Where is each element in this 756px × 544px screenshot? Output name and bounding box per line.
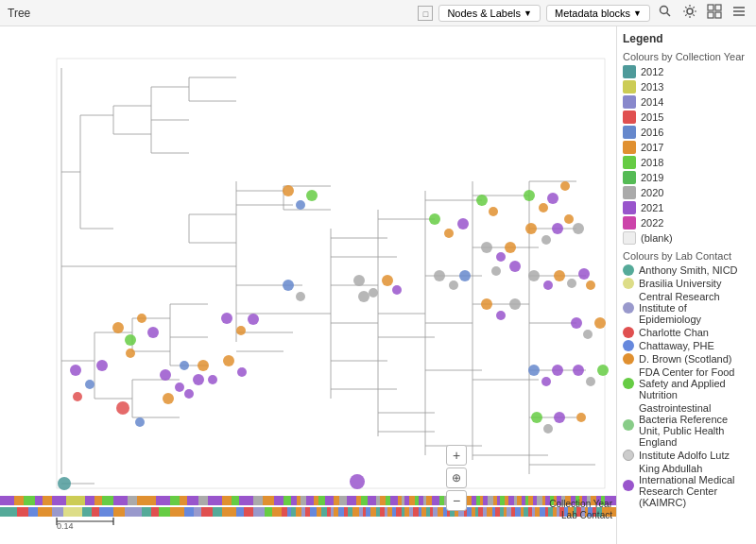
svg-rect-180 xyxy=(102,496,113,505)
svg-rect-237 xyxy=(500,496,505,505)
svg-point-98 xyxy=(73,392,82,401)
svg-rect-182 xyxy=(128,496,137,505)
svg-rect-335 xyxy=(483,507,487,517)
zoom-out-button[interactable]: − xyxy=(446,490,467,511)
svg-rect-177 xyxy=(66,496,85,505)
svg-point-105 xyxy=(198,360,209,371)
svg-rect-309 xyxy=(376,507,380,517)
svg-rect-234 xyxy=(488,496,493,505)
svg-rect-171 xyxy=(0,496,14,505)
legend-title: Legend xyxy=(623,32,750,45)
zoom-fit-button[interactable]: ⊕ xyxy=(446,468,467,488)
svg-rect-332 xyxy=(472,507,475,517)
svg-rect-243 xyxy=(525,496,528,505)
svg-rect-349 xyxy=(540,507,545,517)
svg-point-95 xyxy=(70,365,81,376)
legend-item-2022: 2022 xyxy=(623,216,750,230)
svg-rect-275 xyxy=(142,507,151,517)
legend-item-2012: 2012 xyxy=(623,65,750,78)
svg-rect-3 xyxy=(708,5,713,10)
svg-point-106 xyxy=(208,375,217,384)
nodes-labels-button[interactable]: Nodes & Labels ▼ xyxy=(438,5,541,22)
grid-icon[interactable] xyxy=(705,2,724,24)
menu-icon[interactable] xyxy=(730,2,748,24)
svg-rect-314 xyxy=(396,507,402,517)
svg-rect-190 xyxy=(222,496,232,505)
settings-icon[interactable] xyxy=(680,2,699,24)
svg-rect-280 xyxy=(194,507,201,517)
svg-point-133 xyxy=(481,298,492,310)
svg-rect-181 xyxy=(113,496,128,505)
svg-rect-310 xyxy=(380,507,385,517)
tree-area[interactable]: 0.14 Collection Year Lab Contact + ⊕ − xyxy=(0,26,616,544)
svg-point-147 xyxy=(554,270,565,281)
svg-point-103 xyxy=(193,374,204,385)
svg-rect-199 xyxy=(301,496,306,505)
svg-point-159 xyxy=(552,365,563,376)
svg-rect-265 xyxy=(17,507,28,517)
legend-item-d-brown: D. Brown (Scotland) xyxy=(623,353,750,365)
svg-rect-273 xyxy=(113,507,125,517)
svg-rect-172 xyxy=(14,496,24,505)
svg-point-112 xyxy=(283,280,294,291)
svg-rect-264 xyxy=(0,507,17,517)
svg-rect-213 xyxy=(390,496,398,505)
svg-point-136 xyxy=(524,190,535,201)
svg-rect-238 xyxy=(505,496,508,505)
tree-svg: 0.14 xyxy=(0,26,616,544)
svg-rect-215 xyxy=(402,496,404,505)
svg-rect-223 xyxy=(439,496,444,505)
svg-point-168 xyxy=(237,367,247,377)
svg-rect-299 xyxy=(331,507,334,517)
svg-rect-175 xyxy=(43,496,52,505)
legend-item-fda: FDA Center for Food Safety and Applied N… xyxy=(623,366,750,400)
svg-point-155 xyxy=(586,377,595,386)
svg-point-169 xyxy=(350,474,365,489)
svg-rect-244 xyxy=(528,496,533,505)
svg-point-128 xyxy=(481,242,492,253)
expand-icon[interactable]: □ xyxy=(418,6,433,21)
lab-contact-label: Lab Contact xyxy=(549,510,612,520)
svg-point-153 xyxy=(594,317,606,329)
svg-point-120 xyxy=(429,213,440,225)
svg-rect-212 xyxy=(386,496,390,505)
svg-point-166 xyxy=(248,314,259,325)
legend-item-chattaway: Chattaway, PHE xyxy=(623,340,750,351)
svg-rect-331 xyxy=(467,507,472,517)
svg-rect-245 xyxy=(533,496,537,505)
svg-rect-235 xyxy=(493,496,497,505)
svg-point-158 xyxy=(541,377,551,386)
svg-rect-290 xyxy=(287,507,291,517)
svg-rect-200 xyxy=(306,496,314,505)
search-icon[interactable] xyxy=(656,2,675,24)
zoom-controls: + ⊕ − xyxy=(446,445,467,511)
svg-rect-342 xyxy=(511,507,515,517)
zoom-in-button[interactable]: + xyxy=(446,445,467,466)
svg-rect-279 xyxy=(184,507,194,517)
svg-rect-294 xyxy=(305,507,310,517)
svg-rect-185 xyxy=(170,496,180,505)
svg-rect-292 xyxy=(296,507,301,517)
svg-point-91 xyxy=(125,334,136,346)
metadata-blocks-button[interactable]: Metadata blocks ▼ xyxy=(546,5,650,22)
svg-rect-288 xyxy=(272,507,282,517)
svg-rect-189 xyxy=(208,496,222,505)
svg-rect-287 xyxy=(265,507,272,517)
svg-point-0 xyxy=(661,7,668,14)
svg-rect-204 xyxy=(334,496,339,505)
svg-rect-196 xyxy=(284,496,291,505)
svg-point-114 xyxy=(58,477,71,490)
svg-point-121 xyxy=(444,229,454,238)
svg-rect-319 xyxy=(419,507,421,517)
svg-rect-179 xyxy=(94,496,102,505)
legend-item-2020: 2020 xyxy=(623,186,750,199)
svg-rect-302 xyxy=(344,507,348,517)
collection-year-label: Collection Year xyxy=(549,499,612,509)
svg-rect-4 xyxy=(715,5,721,10)
svg-point-110 xyxy=(296,200,305,210)
svg-point-148 xyxy=(567,279,576,288)
svg-rect-219 xyxy=(419,496,423,505)
svg-rect-333 xyxy=(475,507,478,517)
svg-point-90 xyxy=(112,322,124,333)
svg-rect-176 xyxy=(52,496,66,505)
